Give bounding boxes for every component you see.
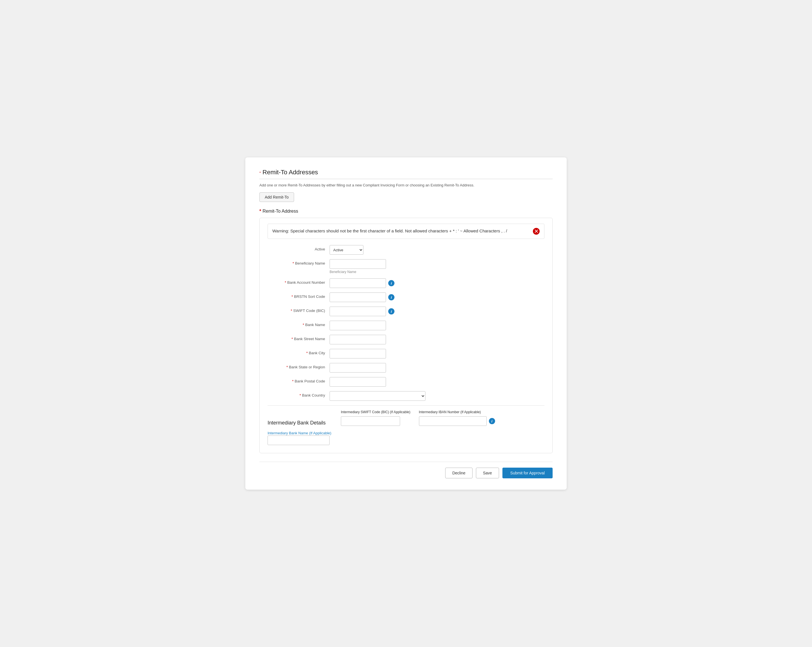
swift-code-input-wrap: i [330, 307, 545, 316]
beneficiary-wrap: Beneficiary Name [330, 259, 386, 274]
footer-bar: Decline Save Submit for Approval [259, 462, 553, 478]
intermediary-iban-group: Intermediary IBAN Number (If Applicable)… [419, 410, 495, 426]
warning-banner: Warning: Special characters should not b… [267, 224, 545, 239]
intermediary-iban-input[interactable] [419, 416, 487, 426]
intermediary-swift-input[interactable] [341, 416, 400, 426]
bank-postal-code-input[interactable] [330, 377, 386, 387]
beneficiary-name-input[interactable] [330, 259, 386, 269]
swift-code-info-icon[interactable]: i [388, 308, 394, 315]
swift-code-label: * SWIFT Code (BIC) [267, 307, 330, 313]
brstn-sort-code-input-wrap: i [330, 292, 545, 302]
remit-address-label: * Remit-To Address [259, 209, 553, 214]
bank-state-input[interactable] [330, 363, 386, 373]
intermediary-iban-input-wrap: i [419, 416, 495, 426]
bank-city-input-wrap [330, 349, 545, 358]
bank-state-label: * Bank State or Region [267, 363, 330, 369]
page-title: Remit-To Addresses [263, 169, 318, 176]
bank-street-name-label: * Bank Street Name [267, 335, 330, 341]
bank-account-info-icon[interactable]: i [388, 280, 394, 286]
decline-button[interactable]: Decline [445, 468, 473, 478]
active-select[interactable]: Active Inactive [330, 245, 363, 255]
bank-country-row: * Bank Country [267, 391, 545, 401]
intermediary-bank-name-input[interactable] [267, 436, 330, 445]
brstn-sort-code-info-icon[interactable]: i [388, 294, 394, 300]
beneficiary-name-input-wrap: Beneficiary Name [330, 259, 545, 274]
page-container: · Remit-To Addresses Add one or more Rem… [245, 158, 567, 489]
bank-city-row: * Bank City [267, 349, 545, 358]
bank-name-input-wrap [330, 321, 545, 330]
bank-name-row: * Bank Name [267, 321, 545, 330]
bank-state-row: * Bank State or Region [267, 363, 545, 373]
beneficiary-name-label: * Beneficiary Name [267, 259, 330, 265]
swift-code-row: * SWIFT Code (BIC) i [267, 307, 545, 316]
bank-country-label: * Bank Country [267, 391, 330, 398]
active-label: Active [267, 245, 330, 251]
bank-postal-code-row: * Bank Postal Code [267, 377, 545, 387]
bank-account-number-input[interactable] [330, 278, 386, 288]
beneficiary-name-row: * Beneficiary Name Beneficiary Name [267, 259, 545, 274]
warning-text: Warning: Special characters should not b… [272, 228, 530, 234]
intermediary-iban-info-icon[interactable]: i [489, 418, 495, 424]
brstn-sort-code-row: * BRSTN Sort Code i [267, 292, 545, 302]
warning-close-button[interactable]: ✕ [533, 228, 540, 235]
bank-postal-code-input-wrap [330, 377, 545, 387]
intermediary-bank-section: Intermediary Bank Details Intermediary S… [267, 405, 545, 445]
bank-postal-code-label: * Bank Postal Code [267, 377, 330, 383]
bank-account-number-label: * Bank Account Number [267, 278, 330, 284]
bank-state-input-wrap [330, 363, 545, 373]
remit-address-heading: Remit-To Address [263, 209, 298, 214]
remit-card: Warning: Special characters should not b… [259, 218, 553, 453]
bank-city-label: * Bank City [267, 349, 330, 355]
active-row: Active Active Inactive [267, 245, 545, 255]
brstn-sort-code-input[interactable] [330, 292, 386, 302]
bank-city-input[interactable] [330, 349, 386, 358]
intermediary-title: Intermediary Bank Details [267, 420, 341, 426]
submit-for-approval-button[interactable]: Submit for Approval [502, 468, 553, 478]
save-button[interactable]: Save [476, 468, 499, 478]
bank-country-input-wrap [330, 391, 545, 401]
bank-account-number-input-wrap: i [330, 278, 545, 288]
bank-name-label: * Bank Name [267, 321, 330, 327]
intermediary-iban-label: Intermediary IBAN Number (If Applicable) [419, 410, 495, 414]
required-indicator: · [259, 170, 261, 175]
intermediary-bank-name-section: Intermediary Bank Name (If Applicable) [267, 430, 545, 445]
intermediary-header: Intermediary Bank Details Intermediary S… [267, 405, 545, 426]
section-header: · Remit-To Addresses [259, 169, 553, 176]
intermediary-fields-row: Intermediary SWIFT Code (BIC) (If Applic… [341, 410, 545, 426]
add-remit-button[interactable]: Add Remit-To [259, 192, 294, 202]
brstn-sort-code-label: * BRSTN Sort Code [267, 292, 330, 299]
swift-code-input[interactable] [330, 307, 386, 316]
bank-street-name-input-wrap [330, 335, 545, 344]
bank-street-name-row: * Bank Street Name [267, 335, 545, 344]
intermediary-bank-name-label: Intermediary Bank Name (If Applicable) [267, 431, 331, 435]
bank-street-name-input[interactable] [330, 335, 386, 344]
bank-name-input[interactable] [330, 321, 386, 330]
intermediary-swift-group: Intermediary SWIFT Code (BIC) (If Applic… [341, 410, 411, 426]
bank-account-number-row: * Bank Account Number i [267, 278, 545, 288]
intermediary-swift-label: Intermediary SWIFT Code (BIC) (If Applic… [341, 410, 411, 414]
bank-country-select[interactable] [330, 391, 426, 401]
required-star: * [259, 209, 261, 214]
section-description: Add one or more Remit-To Addresses by ei… [259, 183, 553, 187]
beneficiary-name-hint: Beneficiary Name [330, 269, 386, 274]
active-input-wrap: Active Inactive [330, 245, 545, 255]
